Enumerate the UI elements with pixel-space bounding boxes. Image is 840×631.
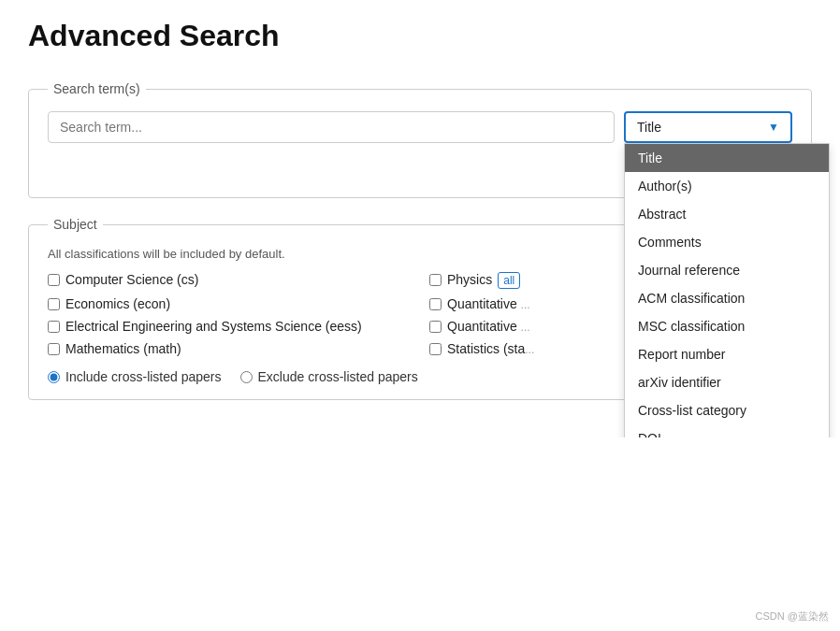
- dropdown-item-abstract[interactable]: Abstract: [625, 200, 829, 228]
- field-dropdown-wrapper: Title ▼ Title Author(s) Abstract Comment…: [624, 111, 792, 143]
- dropdown-item-arxiv-id[interactable]: arXiv identifier: [625, 368, 829, 396]
- subject-math-label[interactable]: Mathematics (math): [48, 341, 411, 356]
- subject-cs-checkbox[interactable]: [48, 274, 60, 286]
- subject-eess: Electrical Engineering and Systems Scien…: [48, 319, 411, 334]
- include-cross-listed-radio[interactable]: [48, 371, 60, 383]
- search-terms-section: Search term(s) Title ▼ Title Author(s) A…: [28, 81, 812, 198]
- dropdown-item-cross-list[interactable]: Cross-list category: [625, 396, 829, 424]
- subject-physics-checkbox[interactable]: [429, 274, 442, 286]
- subject-physics-label: Physics: [447, 272, 492, 287]
- subject-quantitative-2-checkbox[interactable]: [429, 321, 442, 333]
- dropdown-item-report-num[interactable]: Report number: [625, 340, 829, 368]
- subject-legend: Subject: [48, 217, 103, 232]
- subject-math-checkbox[interactable]: [48, 343, 60, 355]
- dropdown-item-comments[interactable]: Comments: [625, 228, 829, 256]
- search-terms-legend: Search term(s): [48, 81, 146, 96]
- dropdown-item-doi[interactable]: DOI: [625, 424, 829, 437]
- subject-quantitative-1-checkbox[interactable]: [429, 298, 442, 310]
- subject-econ-label[interactable]: Economics (econ): [48, 296, 411, 311]
- field-dropdown-menu: Title Author(s) Abstract Comments Journa…: [624, 143, 830, 437]
- subject-econ-checkbox[interactable]: [48, 298, 60, 310]
- subject-math: Mathematics (math): [48, 341, 411, 356]
- subject-econ: Economics (econ): [48, 296, 411, 311]
- dropdown-item-journal-ref[interactable]: Journal reference: [625, 256, 829, 284]
- chevron-down-icon: ▼: [768, 121, 779, 134]
- search-row: Title ▼ Title Author(s) Abstract Comment…: [48, 111, 792, 143]
- dropdown-item-msc[interactable]: MSC classification: [625, 312, 829, 340]
- subject-eess-checkbox[interactable]: [48, 321, 60, 333]
- physics-all-link[interactable]: all: [498, 272, 520, 289]
- exclude-cross-listed-text: Exclude cross-listed papers: [258, 369, 418, 384]
- page-title: Advanced Search: [28, 19, 812, 53]
- dropdown-item-title[interactable]: Title: [625, 144, 829, 172]
- subject-stats-checkbox[interactable]: [429, 343, 442, 355]
- search-input[interactable]: [48, 111, 615, 143]
- include-cross-listed-text: Include cross-listed papers: [65, 369, 222, 384]
- dropdown-item-acm[interactable]: ACM classification: [625, 284, 829, 312]
- field-dropdown-button[interactable]: Title ▼: [624, 111, 792, 143]
- exclude-cross-listed-label[interactable]: Exclude cross-listed papers: [240, 369, 418, 384]
- dropdown-selected-label: Title: [637, 120, 661, 135]
- subject-cs[interactable]: Computer Science (cs): [48, 272, 411, 287]
- exclude-cross-listed-radio[interactable]: [240, 371, 253, 383]
- subject-eess-label[interactable]: Electrical Engineering and Systems Scien…: [48, 319, 411, 334]
- subject-cs-label: Computer Science (cs): [65, 272, 198, 287]
- subject-col-left: Computer Science (cs): [48, 272, 411, 289]
- dropdown-item-authors[interactable]: Author(s): [625, 172, 829, 200]
- include-cross-listed-label[interactable]: Include cross-listed papers: [48, 369, 222, 384]
